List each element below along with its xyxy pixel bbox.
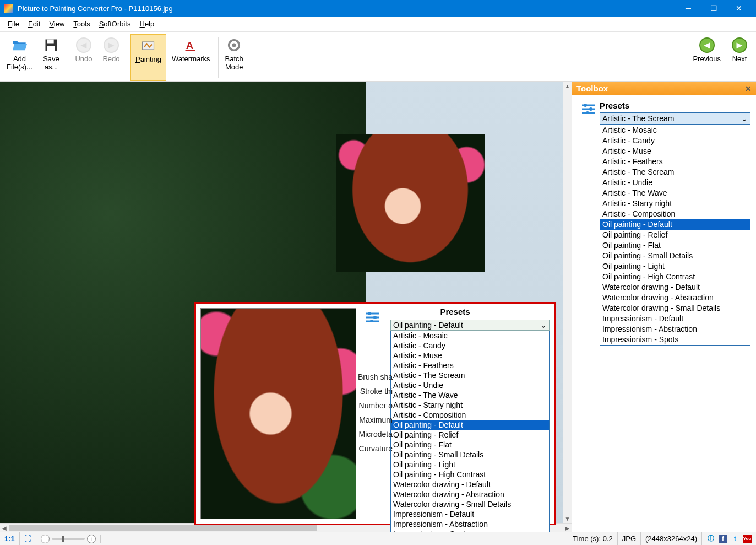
preset-option[interactable]: Artistic - Feathers bbox=[600, 157, 750, 167]
preset-option[interactable]: Oil painting - Flat bbox=[600, 240, 750, 251]
preset-option[interactable]: Oil painting - Small Details bbox=[600, 251, 750, 261]
preset-option[interactable]: Impressionism - Default bbox=[391, 509, 549, 519]
youtube-icon[interactable]: You bbox=[743, 535, 752, 543]
inset-param-labels: Brush shaStroke thiNumber oMaximumMicrod… bbox=[331, 370, 393, 456]
preset-option[interactable]: Impressionism - Spots bbox=[600, 334, 750, 345]
preset-option[interactable]: Oil painting - Light bbox=[391, 460, 549, 470]
next-button[interactable]: ► Next bbox=[726, 34, 753, 81]
scroll-thumb[interactable] bbox=[9, 525, 317, 531]
folder-open-icon bbox=[12, 37, 27, 53]
zoom-thumb[interactable] bbox=[62, 536, 64, 542]
batch-mode-button[interactable]: BatchMode bbox=[221, 34, 248, 81]
preset-option[interactable]: Impressionism - Default bbox=[600, 314, 750, 324]
close-button[interactable]: ✕ bbox=[726, 0, 752, 17]
zoom-slider[interactable]: − + bbox=[36, 535, 101, 543]
undo-button[interactable]: ◄ Undo bbox=[70, 34, 97, 81]
twitter-icon[interactable]: t bbox=[731, 535, 739, 543]
inset-overlay: Presets Oil painting - Default ⌄ Artisti… bbox=[194, 302, 556, 525]
scroll-left-icon[interactable]: ◀ bbox=[0, 524, 9, 532]
preset-option[interactable]: Impressionism - Abstraction bbox=[600, 324, 750, 334]
preset-option[interactable]: Artistic - Undie bbox=[600, 177, 750, 188]
info-icon[interactable]: ⓘ bbox=[706, 535, 715, 543]
preset-option[interactable]: Watercolor drawing - Default bbox=[391, 479, 549, 489]
fit-screen-button[interactable]: ⛶ bbox=[20, 532, 36, 545]
preset-option[interactable]: Oil painting - Default bbox=[391, 420, 549, 430]
preset-option[interactable]: Watercolor drawing - Abstraction bbox=[600, 293, 750, 303]
facebook-icon[interactable]: f bbox=[719, 535, 727, 543]
status-time: Time (s): 0.2 bbox=[568, 532, 617, 545]
status-dimensions: (2448x3264x24) bbox=[641, 532, 702, 545]
preset-option[interactable]: Watercolor drawing - Default bbox=[600, 282, 750, 293]
preset-option[interactable]: Artistic - Feathers bbox=[391, 360, 549, 370]
scroll-right-icon[interactable]: ▶ bbox=[563, 524, 572, 532]
statusbar: 1:1 ⛶ − + Time (s): 0.2 JPG (2448x3264x2… bbox=[0, 532, 756, 545]
preset-option[interactable]: Artistic - Composition bbox=[391, 410, 549, 420]
menu-edit[interactable]: Edit bbox=[24, 18, 45, 30]
menu-softorbits[interactable]: SoftOrbits bbox=[95, 18, 135, 30]
preset-option[interactable]: Watercolor drawing - Abstraction bbox=[391, 489, 549, 499]
preset-option[interactable]: Watercolor drawing - Small Details bbox=[600, 303, 750, 314]
preset-option[interactable]: Oil painting - Default bbox=[600, 219, 750, 230]
preset-option[interactable]: Artistic - Starry night bbox=[391, 400, 549, 410]
maximize-button[interactable]: ☐ bbox=[701, 0, 726, 17]
redo-icon: ► bbox=[104, 37, 119, 53]
menu-file[interactable]: File bbox=[3, 18, 24, 30]
param-label: Microdeta bbox=[331, 427, 393, 441]
preset-option[interactable]: Artistic - The Scream bbox=[600, 167, 750, 177]
preset-option[interactable]: Artistic - The Wave bbox=[391, 390, 549, 400]
preset-option[interactable]: Oil painting - Small Details bbox=[391, 450, 549, 460]
preset-option[interactable]: Oil painting - Light bbox=[600, 261, 750, 272]
toolbar: AddFile(s)... Saveas... ◄ Undo ► Redo Pa… bbox=[0, 32, 756, 82]
preset-option[interactable]: Artistic - The Scream bbox=[391, 370, 549, 380]
redo-button[interactable]: ► Redo bbox=[98, 34, 124, 81]
preset-option[interactable]: Impressionism - Abstraction bbox=[391, 519, 549, 529]
canvas-area: ▲ ▼ ◀ ▶ Presets Oil painting - Default ⌄… bbox=[0, 82, 572, 532]
toolbox-close-button[interactable]: ✕ bbox=[745, 84, 752, 93]
param-label: Brush sha bbox=[331, 370, 393, 384]
scroll-up-icon[interactable]: ▲ bbox=[563, 82, 572, 90]
preset-option[interactable]: Impressionism - Spots bbox=[391, 529, 549, 532]
painting-button[interactable]: Painting bbox=[130, 34, 166, 81]
preset-option[interactable]: Artistic - The Wave bbox=[600, 188, 750, 198]
preset-select-value: Artistic - The Scream bbox=[602, 114, 674, 123]
preset-option[interactable]: Artistic - Undie bbox=[391, 380, 549, 390]
svg-point-15 bbox=[584, 104, 587, 107]
menu-view[interactable]: View bbox=[45, 18, 69, 30]
preset-option[interactable]: Artistic - Starry night bbox=[600, 198, 750, 209]
inset-preset-list[interactable]: Artistic - MosaicArtistic - CandyArtisti… bbox=[390, 331, 550, 532]
preset-option[interactable]: Oil painting - High Contrast bbox=[600, 272, 750, 282]
preset-option[interactable]: Watercolor drawing - Small Details bbox=[391, 499, 549, 509]
minimize-button[interactable]: ─ bbox=[676, 0, 701, 17]
watermarks-label: Watermarks bbox=[172, 55, 210, 63]
painting-icon bbox=[140, 38, 156, 53]
preset-option[interactable]: Artistic - Mosaic bbox=[600, 125, 750, 136]
preset-option[interactable]: Artistic - Candy bbox=[391, 341, 549, 350]
preset-option[interactable]: Oil painting - Relief bbox=[391, 430, 549, 440]
preset-select[interactable]: Artistic - The Scream ⌄ bbox=[600, 112, 750, 125]
preset-option[interactable]: Oil painting - Relief bbox=[600, 230, 750, 240]
preset-option[interactable]: Artistic - Muse bbox=[391, 350, 549, 360]
add-files-button[interactable]: AddFile(s)... bbox=[2, 34, 37, 81]
watermarks-button[interactable]: A Watermarks bbox=[167, 34, 215, 81]
preset-option[interactable]: Artistic - Muse bbox=[600, 146, 750, 157]
inset-preset-select[interactable]: Oil painting - Default ⌄ bbox=[390, 320, 550, 331]
zoom-ratio[interactable]: 1:1 bbox=[0, 532, 20, 545]
previous-button[interactable]: ◄ Previous bbox=[688, 34, 725, 81]
preset-option[interactable]: Artistic - Mosaic bbox=[391, 331, 549, 341]
menu-tools[interactable]: Tools bbox=[69, 18, 94, 30]
zoom-in-button[interactable]: + bbox=[87, 535, 96, 543]
zoom-track[interactable] bbox=[52, 538, 85, 540]
preset-option[interactable]: Artistic - Composition bbox=[600, 209, 750, 219]
preset-dropdown-list[interactable]: Artistic - MosaicArtistic - CandyArtisti… bbox=[600, 125, 750, 346]
portrait-overlay bbox=[336, 134, 485, 272]
toolbox-panel: Toolbox ✕ Presets Artistic - The Scream … bbox=[572, 82, 756, 532]
scroll-down-icon[interactable]: ▼ bbox=[563, 514, 572, 523]
window-title: Picture to Painting Converter Pro - P111… bbox=[18, 4, 676, 13]
save-as-button[interactable]: Saveas... bbox=[38, 34, 64, 81]
preset-option[interactable]: Artistic - Candy bbox=[600, 136, 750, 146]
preset-option[interactable]: Oil painting - Flat bbox=[391, 440, 549, 450]
vertical-scrollbar[interactable]: ▲ ▼ bbox=[563, 82, 572, 523]
preset-option[interactable]: Oil painting - High Contrast bbox=[391, 470, 549, 479]
menu-help[interactable]: Help bbox=[135, 18, 159, 30]
zoom-out-button[interactable]: − bbox=[41, 535, 50, 543]
